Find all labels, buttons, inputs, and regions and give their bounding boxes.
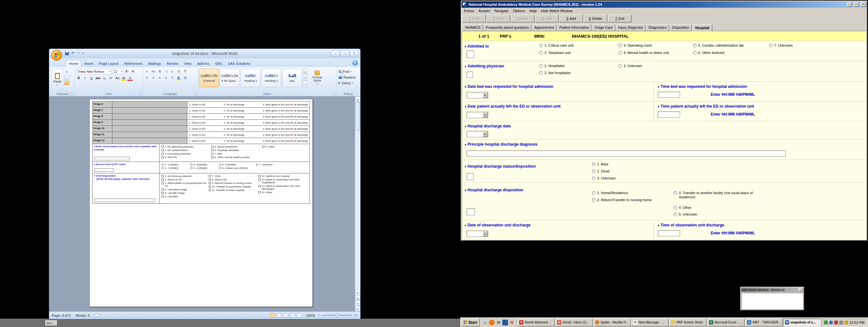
- increase-indent-icon[interactable]: ▷: [170, 69, 175, 74]
- paste-button[interactable]: Paste ▾: [52, 69, 63, 90]
- redo-icon[interactable]: ↷: [77, 51, 81, 56]
- checkbox-option[interactable]: 3. Consulting physician: [161, 152, 209, 155]
- cut-icon[interactable]: ✂: [64, 70, 69, 74]
- drug-input-cell[interactable]: [112, 138, 187, 144]
- tab-sas[interactable]: SAS: [212, 60, 225, 67]
- highlight-color-icon[interactable]: ab: [121, 76, 126, 81]
- radio-option[interactable]: 4. Mental health or detox unit: [618, 51, 669, 55]
- change-case-icon[interactable]: Aa: [115, 76, 120, 81]
- checkbox-option[interactable]: 6. Physician assistant: [211, 149, 259, 152]
- styles-gallery-more-icon[interactable]: ⌄: [303, 81, 307, 87]
- drug-input-cell[interactable]: [112, 114, 187, 119]
- radio-option[interactable]: 6. Other bed/unit: [693, 51, 724, 55]
- taskbar-button[interactable]: Doc...: [45, 320, 57, 326]
- taskbar-button-wbt[interactable]: eWBT - TMOUSER...: [745, 319, 782, 326]
- font-color-icon[interactable]: A: [127, 76, 133, 81]
- radio-option[interactable]: 1. 1 (99281): [161, 163, 189, 166]
- radio-option[interactable]: 2. Not hospitalist: [539, 71, 570, 75]
- taskbar-button-gmail[interactable]: MGmail - Inbox (1)...: [556, 319, 593, 326]
- bullets-icon[interactable]: ≡: [144, 69, 150, 74]
- outline-view-button[interactable]: [290, 313, 295, 318]
- multilevel-list-icon[interactable]: ⊞: [157, 69, 162, 74]
- undo-icon[interactable]: ↶: [71, 51, 75, 56]
- subscript-icon[interactable]: x₂: [102, 76, 107, 81]
- checkbox-option[interactable]: 14. Admit to observation unit, then disc…: [258, 185, 304, 190]
- checkbox-option[interactable]: 5. Left after triage: [161, 191, 207, 195]
- browse-object-icon[interactable]: ●: [355, 301, 360, 306]
- decrease-indent-icon[interactable]: ◁: [163, 69, 169, 74]
- style-normal[interactable]: AaBbCcDc ¶ Normal: [199, 69, 219, 87]
- radio-option[interactable]: 3. Unknown: [592, 176, 616, 180]
- menu-help[interactable]: Help: [527, 8, 539, 13]
- font-name-combo[interactable]: Times New Roman▾: [76, 69, 112, 75]
- menu-navigate[interactable]: Navigate: [492, 8, 510, 13]
- diagnosis-input[interactable]: [467, 150, 786, 156]
- delete-button[interactable]: 6Delete: [584, 15, 607, 22]
- zoom-out-button[interactable]: −: [317, 313, 321, 318]
- checkbox-option[interactable]: 5. Nurse practitioner: [211, 145, 259, 148]
- drug-input-cell[interactable]: [112, 120, 187, 125]
- checkbox-option[interactable]: 1. ED attending physician: [161, 145, 209, 148]
- tab-review[interactable]: Review: [164, 60, 181, 67]
- date-left-dropdown[interactable]: ▼: [467, 112, 488, 118]
- last-button[interactable]: 4Last: [535, 15, 559, 22]
- radio-option[interactable]: 5. Cardiac catheterization lab: [693, 43, 744, 48]
- radio-option[interactable]: 1. Home/Residence: [592, 191, 628, 195]
- checkbox-option[interactable]: 8. Died in ED: [209, 178, 254, 181]
- web-layout-view-button[interactable]: [283, 313, 288, 318]
- line-spacing-icon[interactable]: ⇕: [170, 75, 175, 80]
- admitting-physician-input[interactable]: [467, 71, 473, 78]
- zoom-level[interactable]: 100%: [306, 314, 315, 318]
- style-title[interactable]: AaB Title: [282, 69, 302, 87]
- tab-injury-diagnosis[interactable]: Injury Diagnosis: [616, 24, 646, 31]
- strikethrough-icon[interactable]: abc: [95, 76, 101, 81]
- taskbar-button-new-message[interactable]: ✉New Message - ...: [631, 319, 669, 326]
- save-icon[interactable]: [65, 52, 69, 55]
- add-button[interactable]: 5Add: [559, 15, 583, 22]
- radio-option[interactable]: 3. Unknown: [618, 64, 642, 68]
- office-button[interactable]: [51, 50, 62, 61]
- tab-home[interactable]: Home: [66, 60, 82, 67]
- prev-button[interactable]: 2Prev: [487, 15, 510, 22]
- tab-view[interactable]: View: [181, 60, 194, 67]
- radio-option[interactable]: 2. Dead: [592, 169, 610, 173]
- start-button[interactable]: Start: [461, 319, 479, 326]
- tab-disposition[interactable]: Disposition: [670, 24, 692, 31]
- exit-button[interactable]: 7Exit: [608, 15, 631, 22]
- font-dialog-launcher[interactable]: [139, 93, 142, 95]
- scroll-up-icon[interactable]: ▲: [355, 97, 360, 101]
- drug-input-cell[interactable]: [112, 101, 187, 107]
- menu-forms[interactable]: Forms: [462, 8, 476, 13]
- radio-option[interactable]: 4. Other: [674, 206, 691, 210]
- menu-options[interactable]: Options: [510, 8, 527, 13]
- italic-icon[interactable]: I: [82, 76, 88, 81]
- scrollbar-thumb[interactable]: [356, 102, 360, 130]
- font-size-combo[interactable]: 12▾: [113, 69, 124, 75]
- checkbox-option[interactable]: 6. Left AMA: [161, 195, 207, 198]
- tab-triage-care[interactable]: Triage Care: [592, 24, 615, 31]
- admitted-to-input[interactable]: [467, 51, 474, 58]
- radio-option[interactable]: 5. Unknown: [674, 212, 697, 216]
- checkbox-option[interactable]: 3. Return/Refer to physician/clinic for …: [161, 182, 207, 187]
- checkbox-option[interactable]: 8. Other mental health provider: [211, 156, 259, 159]
- tab-appointment[interactable]: Appointment: [532, 24, 557, 31]
- borders-icon[interactable]: ⊞: [183, 75, 188, 80]
- restore-button[interactable]: □: [341, 51, 349, 56]
- taskbar-button-mozilla[interactable]: Spider - Mozilla Fi...: [594, 319, 630, 326]
- radio-option[interactable]: 2. Stepdown unit: [539, 51, 570, 55]
- tray-icon[interactable]: [824, 321, 828, 324]
- taskbar-button-prf-screenshots[interactable]: PRF Screen Shots: [670, 319, 707, 326]
- providers-input[interactable]: [94, 157, 130, 160]
- checkbox-option[interactable]: 12. Admit to this hospital: [258, 175, 304, 178]
- radio-option[interactable]: 4. 4 (99284): [190, 167, 217, 170]
- radio-option[interactable]: 5. 5 (99285): [219, 163, 254, 166]
- drug-input-cell[interactable]: [112, 132, 187, 138]
- minimize-button[interactable]: –: [331, 51, 340, 56]
- document-canvas[interactable]: Drugs 61. Given in ED2. Rx at discharge3…: [49, 96, 360, 311]
- clock[interactable]: 12:52 PM: [849, 321, 865, 324]
- print-layout-view-button[interactable]: [270, 313, 275, 318]
- dropdown-arrow-icon[interactable]: ▼: [483, 112, 488, 118]
- checkbox-option[interactable]: 9. Return/Transfer to nursing home: [209, 182, 254, 185]
- radio-option[interactable]: 7. Unknown: [256, 163, 285, 166]
- shrink-font-icon[interactable]: A↓: [131, 69, 136, 74]
